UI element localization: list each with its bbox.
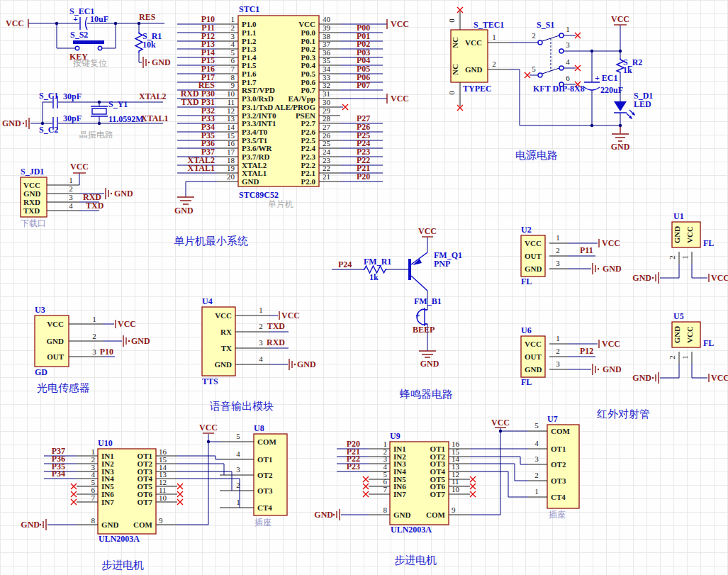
u8-pin-ot2: OT2	[257, 471, 273, 479]
resistor-s-r1[interactable]	[135, 32, 142, 53]
u6-pin-vcc: VCC	[525, 340, 542, 348]
mcu-lname-19: XTAL1	[242, 169, 267, 177]
mcu-des: STC1	[239, 4, 259, 14]
s1-part: KFT DIP-8X8	[533, 84, 585, 94]
u3-pin-out: OUT	[47, 352, 65, 361]
key-s2-des: S_S2	[70, 30, 88, 40]
led-s-d1[interactable]	[614, 101, 635, 119]
s1-num-3: 3	[566, 40, 570, 49]
u4-pin-tx: TX	[221, 344, 232, 352]
jd1-vcc: VCC	[70, 162, 89, 172]
mcu-lname-4: P1.3	[242, 45, 257, 53]
mcu-rnum-31: 31	[323, 89, 330, 98]
u8-pin-ot1: OT1	[257, 455, 272, 464]
u4-part: TTS	[202, 376, 218, 386]
cap-c1-des: S_C1	[39, 91, 58, 101]
mcu-gnd: GND	[174, 206, 194, 216]
title-voice-module: 语音输出模块	[210, 400, 274, 412]
mcu-rname-39: P0.0	[301, 28, 316, 37]
mcu-lnum-19: 19	[227, 164, 235, 172]
u7-vcc: VCC	[491, 418, 510, 428]
tec1-des: S_TEC1	[474, 20, 504, 30]
title-power: 电源电路	[515, 149, 558, 161]
mcu-rnum-35: 35	[323, 56, 331, 65]
u6-num-3: 3	[556, 359, 560, 368]
transistor-fm-q1[interactable]	[408, 252, 427, 291]
capacitor-s-ec1[interactable]	[80, 17, 87, 30]
u4-num-2: 2	[259, 322, 263, 330]
u8-pin-com: COM	[257, 437, 277, 446]
u7-num-5: 5	[534, 421, 539, 430]
mcu-lnet-xtal1: XTAL1	[188, 163, 215, 173]
u10-des: U10	[98, 438, 113, 448]
mcu-rname-25: P2.4	[301, 144, 316, 152]
title-infrared: 红外对射管	[596, 408, 650, 420]
u8-des: U8	[254, 423, 264, 433]
u4-pin-rx: RX	[220, 328, 232, 336]
u5-num-1: 1	[681, 355, 689, 359]
capacitor-ec1[interactable]	[584, 82, 600, 90]
mcu-rnum-25: 25	[323, 139, 331, 147]
u6-vcc: VCC	[602, 339, 620, 349]
mcu-lname-7: P1.6	[242, 69, 257, 78]
u9-part: ULN2003A	[391, 525, 432, 535]
crystal-s-y1[interactable]	[91, 106, 108, 116]
mcu-part: STC89C52	[239, 190, 279, 200]
mcu-rnum-32: 32	[323, 81, 330, 89]
u9-pin-ot7: OT7	[430, 490, 446, 498]
u5-pin-gnd: GND	[673, 326, 681, 344]
mcu-rnum-24: 24	[323, 147, 331, 156]
tec1-num-2: 2	[492, 60, 496, 68]
mcu-rname-28: P2.7	[301, 119, 316, 128]
s1-num-4: 4	[566, 57, 570, 66]
res-r2-val: 1k	[623, 65, 632, 75]
mcu-lnum-14: 14	[227, 123, 235, 131]
net-beep: BEEP	[413, 325, 435, 335]
u3-des: U3	[35, 305, 45, 315]
mcu-lname-9: RST/VPD	[242, 86, 275, 94]
tec1-num-1: 1	[492, 33, 496, 41]
note-download-port: 下载口	[21, 218, 46, 228]
cap-ec1s-val: 10uF	[90, 14, 108, 24]
u3-pin-gnd: GND	[47, 337, 65, 345]
xtal-y1-des: S_Y1	[108, 99, 128, 109]
jd1-pin-txd: TXD	[23, 206, 40, 215]
u10-pin-in7: IN7	[101, 498, 114, 506]
u9-rnum-9: 9	[452, 506, 456, 514]
mcu-rname-34: P0.5	[301, 69, 316, 78]
mcu-rname-40: VCC	[298, 20, 315, 28]
s1-num-2: 2	[532, 31, 536, 40]
mcu-rnum-27: 27	[323, 123, 331, 131]
u5-vcc: VCC	[711, 373, 728, 383]
res-r1-val: 10k	[142, 40, 156, 50]
jd1-num-3: 3	[69, 193, 73, 201]
u7-pin-ct4: CT4	[551, 493, 566, 501]
mcu-lnum-6: 6	[231, 56, 235, 65]
jd1-des: S_JD1	[21, 167, 44, 177]
title-mcu-system: 单片机最小系统	[174, 235, 248, 247]
tec1-pin-vcc: VCC	[465, 38, 482, 47]
u4-pin-gnd: GND	[215, 360, 233, 369]
title-stepper-right: 步进电机	[394, 554, 437, 566]
mcu-rnet-p20: P20	[357, 172, 370, 182]
u9-pin-gnd: GND	[393, 510, 411, 519]
mcu-lnum-10: 10	[227, 89, 235, 98]
u7-pin-ot3: OT3	[551, 476, 566, 485]
u3-net-p10: P10	[100, 347, 113, 357]
u1-pin-vcc: VCC	[685, 226, 694, 243]
u10-net-p34: P34	[52, 469, 65, 479]
u8-num-5: 5	[236, 432, 240, 440]
s1-num-5: 5	[532, 65, 536, 73]
u3-gnd: GND	[131, 336, 150, 346]
u7-part: 插座	[549, 510, 566, 520]
u2-gnd: GND	[603, 264, 622, 274]
u7-num-2: 2	[534, 471, 539, 479]
u7-pin-ot2: OT2	[551, 460, 566, 469]
mcu-rname-32: P0.7	[301, 86, 316, 94]
u5-des: U5	[673, 311, 684, 321]
pushbutton-s-s2[interactable]	[73, 40, 104, 50]
u9-rnum-10: 10	[452, 485, 460, 493]
schematic-sheet: VCC+S_EC110uFS_S2KEY按键复位RESS_R110kGNDGND…	[0, 0, 728, 575]
mcu-vcc-40: VCC	[391, 19, 409, 29]
u4-gnd: GND	[297, 359, 316, 369]
